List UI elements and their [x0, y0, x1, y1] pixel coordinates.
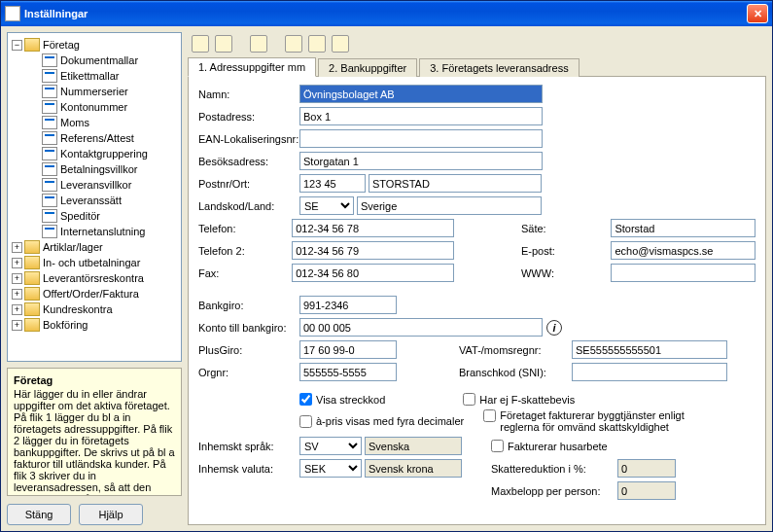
doc-icon [42, 131, 57, 145]
input-ean[interactable] [299, 129, 543, 148]
tree-item[interactable]: Etikettmallar [27, 68, 179, 84]
expand-icon[interactable]: + [12, 273, 22, 284]
book-icon[interactable] [308, 35, 326, 53]
tree-item[interactable]: Referens/Attest [27, 130, 179, 146]
tree-label: Nummerserier [60, 86, 128, 97]
folder-icon [24, 38, 40, 52]
input-namn[interactable] [299, 85, 543, 103]
tree-item-offert[interactable]: +Offert/Order/Faktura [10, 286, 179, 301]
help-icon[interactable] [332, 35, 349, 53]
folder-icon [24, 240, 40, 254]
new-icon[interactable] [192, 35, 209, 53]
input-epost[interactable] [611, 241, 755, 260]
delete-icon[interactable] [215, 35, 232, 53]
input-fax[interactable] [292, 264, 454, 282]
label-land: Landskod/Land: [198, 200, 299, 212]
expand-icon[interactable]: + [12, 258, 22, 268]
help-button[interactable]: Hjälp [79, 504, 143, 525]
tab-delivery[interactable]: 3. Företagets leveransadress [419, 58, 579, 77]
label-sate: Säte: [517, 223, 611, 234]
label-telefon2: Telefon 2: [198, 245, 292, 257]
expand-icon[interactable]: + [12, 304, 22, 315]
form-panel: Namn: Postadress: EAN-Lokaliseringsnr: B… [188, 77, 766, 525]
tree-item-kund[interactable]: +Kundreskontra [10, 301, 179, 317]
tree-label: Företag [43, 39, 80, 51]
label-postadress: Postadress: [198, 111, 299, 123]
print-icon[interactable] [285, 35, 302, 53]
input-orgnr[interactable] [299, 363, 397, 381]
input-sate[interactable] [611, 219, 755, 237]
tree-label: Betalningsvillkor [60, 163, 137, 175]
tree-item[interactable]: Kontonummer [27, 99, 179, 115]
doc-icon [42, 53, 57, 67]
close-button-2[interactable]: Stäng [7, 504, 71, 525]
close-button[interactable]: ✕ [747, 4, 768, 23]
folder-icon [24, 287, 40, 301]
label-ean: EAN-Lokaliseringsnr: [198, 133, 299, 145]
tree-item[interactable]: Moms [27, 115, 179, 130]
label-epost: E-post: [517, 245, 611, 257]
tree-item[interactable]: Dokumentmallar [27, 53, 179, 68]
tree-item-bokforing[interactable]: +Bokföring [10, 317, 179, 333]
input-postnr[interactable] [299, 174, 366, 193]
tree-item[interactable]: Betalningsvillkor [27, 161, 179, 177]
doc-icon [42, 116, 57, 129]
label-skattered: Skattereduktion i %: [491, 463, 617, 475]
input-land[interactable] [357, 196, 542, 215]
expand-icon[interactable]: + [12, 320, 22, 331]
select-sprak[interactable]: SV [299, 437, 362, 455]
tree-item-inout[interactable]: +In- och utbetalningar [10, 255, 179, 270]
doc-icon [42, 194, 57, 207]
info-icon[interactable]: i [546, 320, 562, 336]
check-streckkod[interactable]: Visa streckkod [299, 393, 385, 406]
tree-label: Leveranssätt [60, 195, 122, 206]
input-bankgiro[interactable] [299, 296, 397, 314]
help-body: Här lägger du in eller ändrar uppgifter … [14, 388, 175, 496]
tree-item[interactable]: Leveranssätt [27, 193, 179, 208]
input-www[interactable] [611, 264, 755, 282]
folder-icon [24, 256, 40, 269]
select-landskod[interactable]: SE [299, 196, 354, 215]
collapse-icon[interactable]: − [12, 40, 22, 51]
tree-item[interactable]: Internetanslutning [27, 224, 179, 239]
input-vat[interactable] [572, 340, 727, 359]
input-maxbelopp [617, 481, 676, 500]
label-plusgiro: PlusGiro: [198, 344, 299, 356]
tab-address[interactable]: 1. Adressuppgifter mm [188, 57, 316, 77]
edit-icon[interactable] [250, 35, 267, 53]
tree-item-lev[interactable]: +Leverantörsreskontra [10, 270, 179, 286]
tree-item[interactable]: Leveransvillkor [27, 177, 179, 193]
check-husarbete[interactable]: Fakturerar husarbete [491, 440, 608, 452]
check-bygg[interactable]: Företaget fakturerar byggtjänster enligt… [483, 409, 714, 433]
label-namn: Namn: [198, 89, 299, 100]
input-skattered [617, 459, 676, 478]
input-konto[interactable] [299, 318, 543, 337]
doc-icon [42, 85, 57, 98]
input-telefon[interactable] [292, 219, 454, 237]
expand-icon[interactable]: + [12, 289, 22, 300]
settings-tree[interactable]: − Företag Dokumentmallar Etikettmallar N… [7, 32, 182, 362]
input-besok[interactable] [299, 152, 543, 170]
expand-icon[interactable]: + [12, 242, 22, 253]
input-bransch[interactable] [572, 363, 727, 381]
tree-item[interactable]: Nummerserier [27, 84, 179, 99]
doc-icon [42, 69, 57, 83]
tree-label: Kontaktgruppering [60, 148, 148, 160]
tab-bank[interactable]: 2. Bankuppgifter [318, 58, 417, 77]
check-fskatt[interactable]: Har ej F-skattebevis [463, 393, 575, 406]
tree-label: Kontonummer [60, 101, 127, 113]
input-plusgiro[interactable] [299, 340, 397, 359]
select-valuta[interactable]: SEK [299, 459, 362, 478]
doc-icon [42, 225, 57, 238]
tree-label: Moms [60, 117, 89, 128]
help-panel: Företag Här lägger du in eller ändrar up… [7, 368, 182, 496]
input-ort[interactable] [369, 174, 542, 193]
tree-item[interactable]: Speditör [27, 208, 179, 224]
tree-root-foretag[interactable]: − Företag [10, 37, 179, 53]
label-vat: VAT-/momsregnr: [455, 344, 572, 356]
input-postadress[interactable] [299, 107, 543, 125]
tree-item[interactable]: Kontaktgruppering [27, 146, 179, 161]
tree-item-artiklar[interactable]: +Artiklar/lager [10, 239, 179, 255]
input-telefon2[interactable] [292, 241, 454, 260]
check-apris[interactable]: à-pris visas med fyra decimaler [299, 415, 464, 428]
